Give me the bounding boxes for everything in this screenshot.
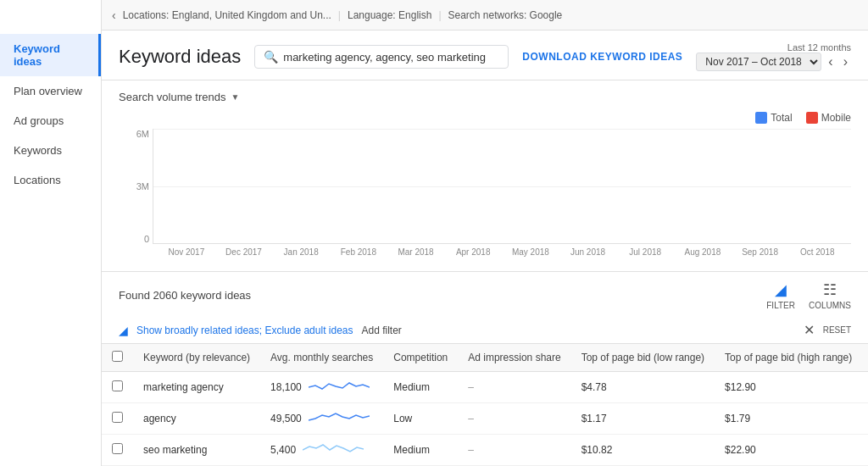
cell-top-high: $1.79 (715, 403, 862, 435)
x-label: May 2018 (502, 247, 559, 257)
sidebar: Keyword ideas Plan overview Ad groups Ke… (0, 0, 102, 466)
sidebar-item-ad-groups[interactable]: Ad groups (0, 106, 101, 136)
cell-ad-impression: – (458, 435, 570, 466)
search-input[interactable] (283, 51, 499, 64)
trend-sparkline (309, 379, 370, 396)
cell-top-high: $22.90 (715, 435, 862, 466)
topbar-locations: Locations: England, United Kingdom and U… (123, 9, 331, 21)
cell-account-status: In Account (862, 403, 868, 435)
table-wrapper: Keyword (by relevance) Avg. monthly sear… (102, 344, 868, 466)
table-row: marketing agency18,100Medium–$4.78$12.90 (102, 372, 868, 403)
col-avg-monthly: Avg. monthly searches (260, 344, 383, 372)
cell-account-status (862, 435, 868, 466)
col-competition: Competition (383, 344, 458, 372)
row-checkbox[interactable] (112, 380, 123, 391)
row-checkbox-cell (102, 372, 133, 403)
header-row: Keyword ideas 🔍 DOWNLOAD KEYWORD IDEAS L… (102, 31, 868, 80)
x-label: Apr 2018 (444, 247, 502, 257)
legend-mobile: Mobile (806, 112, 851, 124)
legend-total-label: Total (771, 112, 792, 124)
nav-next-arrow[interactable]: › (840, 53, 851, 71)
filter-link[interactable]: Show broadly related ideas; Exclude adul… (136, 325, 353, 336)
cell-competition: Medium (383, 435, 458, 466)
gridline-top (153, 129, 851, 130)
cell-competition: Medium (383, 372, 458, 403)
sidebar-item-keyword-ideas[interactable]: Keyword ideas (0, 34, 101, 76)
table-row: seo marketing5,400Medium–$10.82$22.90 (102, 435, 868, 466)
nav-prev-arrow[interactable]: ‹ (825, 53, 836, 71)
date-range-label: Last 12 months (787, 42, 851, 53)
table-body: marketing agency18,100Medium–$4.78$12.90… (102, 372, 868, 466)
table-header-row: Keyword (by relevance) Avg. monthly sear… (102, 344, 868, 372)
topbar: ‹ Locations: England, United Kingdom and… (102, 0, 868, 31)
cell-keyword: marketing agency (133, 372, 260, 403)
cell-account-status (862, 372, 868, 403)
cell-keyword: agency (133, 403, 260, 435)
cell-avg-monthly: 5,400 (260, 435, 383, 465)
filter-button[interactable]: ◢ FILTER (766, 280, 795, 310)
chart-dropdown-icon[interactable]: ▼ (231, 92, 239, 102)
cell-keyword: seo marketing (133, 435, 260, 466)
cell-competition: Low (383, 403, 458, 435)
table-row: agency49,500Low–$1.17$1.79In Account (102, 403, 868, 435)
reset-button[interactable]: RESET (823, 325, 851, 335)
select-all-checkbox[interactable] (112, 351, 123, 362)
filter-row: ◢ Show broadly related ideas; Exclude ad… (102, 317, 868, 344)
cell-top-low: $1.17 (571, 403, 715, 435)
col-account-status: Account status (862, 344, 868, 372)
main-content: Keyword ideas 🔍 DOWNLOAD KEYWORD IDEAS L… (102, 31, 868, 466)
chart-bars (153, 129, 851, 244)
y-label-6m: 6M (120, 129, 149, 139)
header-select-all[interactable] (102, 344, 133, 372)
trend-sparkline (303, 441, 364, 458)
search-icon: 🔍 (264, 50, 278, 64)
cell-top-high: $12.90 (715, 372, 862, 403)
date-range-section: Last 12 months Nov 2017 – Oct 2018 ‹ › (696, 42, 851, 71)
row-checkbox-cell (102, 403, 133, 435)
sidebar-item-plan-overview[interactable]: Plan overview (0, 76, 101, 106)
x-label: Nov 2017 (158, 247, 215, 257)
found-label: Found 2060 keyword ideas (119, 289, 251, 302)
gridline-mid (153, 186, 851, 187)
col-keyword: Keyword (by relevance) (133, 344, 260, 372)
topbar-networks: Search networks: Google (448, 9, 563, 21)
search-box[interactable]: 🔍 (254, 45, 509, 69)
filter-add-button[interactable]: Add filter (362, 325, 402, 336)
col-top-low: Top of page bid (low range) (571, 344, 715, 372)
x-axis: Nov 2017Dec 2017Jan 2018Feb 2018Mar 2018… (153, 247, 851, 257)
chart-legend: Total Mobile (119, 112, 851, 124)
found-row-actions: ◢ FILTER ☷ COLUMNS (766, 280, 851, 310)
legend-mobile-dot (806, 112, 818, 124)
cell-top-low: $4.78 (571, 372, 715, 403)
x-label: Feb 2018 (330, 247, 387, 257)
x-label: Jun 2018 (559, 247, 617, 257)
download-button[interactable]: DOWNLOAD KEYWORD IDEAS (522, 51, 682, 63)
columns-icon: ☷ (823, 280, 837, 299)
cell-top-low: $10.82 (571, 435, 715, 466)
row-checkbox[interactable] (112, 412, 123, 423)
row-checkbox[interactable] (112, 443, 123, 454)
filter-close-button[interactable]: ✕ (804, 322, 815, 338)
y-axis: 6M 3M 0 (120, 129, 149, 244)
sidebar-item-keywords[interactable]: Keywords (0, 136, 101, 165)
columns-button[interactable]: ☷ COLUMNS (809, 280, 851, 310)
chart-section: Search volume trends ▼ Total Mobile 6M 3… (102, 80, 868, 272)
x-label: Dec 2017 (215, 247, 273, 257)
x-label: Aug 2018 (674, 247, 732, 257)
y-label-0: 0 (120, 234, 149, 244)
found-row: Found 2060 keyword ideas ◢ FILTER ☷ COLU… (102, 272, 868, 317)
keywords-table: Keyword (by relevance) Avg. monthly sear… (102, 344, 868, 466)
cell-avg-monthly: 49,500 (260, 403, 383, 434)
cell-ad-impression: – (458, 403, 570, 435)
cell-ad-impression: – (458, 372, 570, 403)
x-label: Oct 2018 (788, 247, 846, 257)
date-range-select[interactable]: Nov 2017 – Oct 2018 (696, 53, 821, 71)
cell-avg-monthly: 18,100 (260, 372, 383, 402)
x-label: Jan 2018 (272, 247, 330, 257)
legend-total: Total (755, 112, 792, 124)
x-label: Jul 2018 (616, 247, 674, 257)
topbar-back-chevron[interactable]: ‹ (112, 8, 116, 22)
chart-header: Search volume trends ▼ (119, 91, 851, 103)
reset-label: RESET (823, 325, 851, 335)
sidebar-item-locations[interactable]: Locations (0, 165, 101, 195)
